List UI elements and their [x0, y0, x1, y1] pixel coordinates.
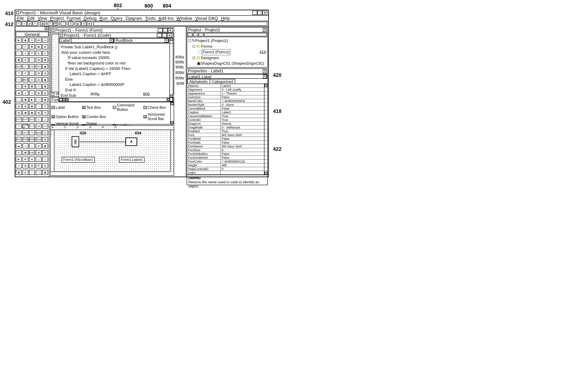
- property-value[interactable]: False: [221, 152, 267, 156]
- toolbox-tool[interactable]: ≈: [29, 144, 35, 148]
- scroll-down[interactable]: ▼: [170, 95, 173, 98]
- func-item[interactable]: ablText Box: [82, 103, 112, 112]
- properties-grid[interactable]: (Name)Label1Alignment0 - Left JustifyApp…: [187, 84, 267, 175]
- toolbox-tool[interactable]: ▤: [36, 110, 42, 116]
- toolbox-tool[interactable]: ◎: [16, 163, 22, 168]
- toolbox-tool[interactable]: ▥: [42, 71, 48, 76]
- toolbox-tool[interactable]: ◹: [36, 170, 42, 175]
- toolbox-tool[interactable]: ♫: [36, 104, 42, 109]
- toolbox-tool[interactable]: ▤: [36, 90, 42, 96]
- toolbox-tool[interactable]: ▦: [29, 84, 35, 89]
- code-line[interactable]: End If: [61, 87, 171, 93]
- proj-folders[interactable]: [199, 33, 204, 36]
- func-item[interactable]: □Command Button: [113, 103, 142, 112]
- toolbox-tool[interactable]: And: [36, 130, 42, 135]
- property-value[interactable]: False: [221, 95, 267, 99]
- menu-project[interactable]: Project: [50, 16, 64, 21]
- properties-object-dropdown[interactable]: Label1 Label ▼: [187, 74, 267, 79]
- property-row[interactable]: Height480: [187, 163, 267, 167]
- toolbox-tool[interactable]: ⊐: [42, 117, 48, 122]
- form-close[interactable]: ✕: [168, 28, 173, 32]
- toolbox-tool[interactable]: ▩: [42, 58, 48, 62]
- code-window[interactable]: Project1 - Form1 (Code) _ □ ✕ Label1 ▼ R…: [59, 32, 173, 102]
- toolbox-tool[interactable]: EXE: [29, 150, 35, 155]
- toolbox-tool[interactable]: ◐: [29, 97, 35, 102]
- toolbox-tool[interactable]: abl: [36, 38, 42, 42]
- toolbox-tool[interactable]: ⊞: [23, 170, 28, 175]
- diag-hscroll[interactable]: [51, 172, 170, 175]
- tab-categorized[interactable]: Categorized: [210, 79, 235, 84]
- prop-vscroll[interactable]: ▲ ▼: [264, 84, 267, 175]
- property-value[interactable]: False: [221, 156, 267, 159]
- toolbox-tool[interactable]: ◈: [23, 58, 28, 62]
- toolbox-tool[interactable]: ▸: [42, 51, 48, 56]
- menu-debug[interactable]: Debug: [84, 16, 97, 21]
- toolbox-tool[interactable]: xy: [42, 38, 48, 42]
- chevron-down-icon[interactable]: ▼: [110, 39, 113, 42]
- property-row[interactable]: DragMode0 - vbManual: [187, 126, 267, 129]
- toolbox-tool[interactable]: ▣: [42, 97, 48, 102]
- property-row[interactable]: Appearance1 - ThreeD: [187, 92, 267, 95]
- toolbox-tool[interactable]: ˣ/ʏ: [29, 130, 35, 135]
- func-item[interactable]: ▦Combo Box: [82, 112, 112, 121]
- toolbox-tool[interactable]: □: [16, 44, 22, 49]
- property-value[interactable]: 8: [221, 148, 267, 152]
- toolbox-tool[interactable]: ◐: [16, 157, 22, 162]
- toolbox-tool[interactable]: ○: [29, 71, 35, 76]
- toolbox-tool[interactable]: ▦: [29, 104, 35, 109]
- diagram-canvas[interactable]: .|.....|..... ▲ ▼ A Form1.VScrollbar1 Fo…: [51, 130, 174, 172]
- scroll-up[interactable]: ▲: [264, 84, 267, 87]
- toolbox-tool[interactable]: ▤: [42, 137, 48, 142]
- toolbox-tool[interactable]: ▢: [16, 97, 22, 102]
- property-row[interactable]: FontMS Sans Serif: [187, 133, 267, 137]
- property-row[interactable]: AutoSizeFalse: [187, 95, 267, 99]
- toolbox-tool[interactable]: ▣: [42, 64, 48, 69]
- property-value[interactable]: [221, 171, 267, 174]
- property-row[interactable]: FontItalicFalse: [187, 141, 267, 144]
- tb-form[interactable]: □: [61, 22, 66, 26]
- code-hscroll[interactable]: ≡ ▤ ◀ ▶: [59, 98, 170, 102]
- toolbox-tool[interactable]: ⬡: [36, 97, 42, 102]
- toolbox-tool[interactable]: ⊠: [23, 157, 28, 162]
- menu-edit[interactable]: Edit: [27, 16, 35, 21]
- toolbox-tool[interactable]: ⧉: [42, 104, 48, 109]
- property-value[interactable]: □ &H80000012&: [221, 160, 267, 163]
- code-close[interactable]: ✕: [167, 33, 172, 37]
- property-row[interactable]: FontUnderlineFalse: [187, 156, 267, 160]
- toolbox-tool[interactable]: ▨: [36, 58, 42, 62]
- property-row[interactable]: CancelBlockFalse: [187, 107, 267, 110]
- properties-close[interactable]: ✕: [263, 69, 267, 73]
- toolbox-tool[interactable]: ▣: [23, 110, 28, 116]
- scroll-down[interactable]: ▼: [264, 172, 267, 175]
- code-line[interactable]: 'If value exceeds 15000,: [61, 55, 171, 60]
- toolbox-tool[interactable]: ab: [36, 77, 42, 82]
- toolbox-tool[interactable]: ◉: [29, 44, 35, 49]
- toolbox-tool[interactable]: ☑: [16, 84, 22, 89]
- toolbox-tool[interactable]: ▣: [16, 58, 22, 62]
- property-value[interactable]: 0 - Left Justify: [221, 88, 267, 91]
- scroll-left[interactable]: ◀: [66, 98, 69, 101]
- property-row[interactable]: ForeColor□ &H80000012&: [187, 160, 267, 163]
- toolbox-tool[interactable]: ⊓: [16, 124, 22, 129]
- toolbox-tool[interactable]: ≈: [29, 170, 35, 175]
- chevron-down-icon[interactable]: ▼: [165, 39, 169, 42]
- code-vscroll[interactable]: ▲ ▼: [170, 38, 173, 98]
- func-item[interactable]: ALabel: [52, 103, 81, 112]
- property-value[interactable]: False: [221, 141, 267, 144]
- toolbox-tool[interactable]: Or: [42, 130, 48, 135]
- property-row[interactable]: Index: [187, 171, 267, 175]
- property-value[interactable]: Label1: [221, 110, 267, 114]
- toolbox-tool[interactable]: ▣: [16, 170, 22, 175]
- toolbox-tool[interactable]: ▩: [42, 170, 48, 175]
- code-max[interactable]: □: [162, 33, 167, 37]
- toolbox-tool[interactable]: FⓇ: [29, 64, 35, 69]
- toolbox-tool[interactable]: X+Y: [29, 124, 35, 129]
- toolbox-tool[interactable]: ▤: [23, 163, 28, 168]
- toolbox-tool[interactable]: ▤: [16, 90, 22, 96]
- toolbox-tool[interactable]: X=Y: [16, 117, 22, 122]
- toolbox-tool[interactable]: ＼: [29, 58, 35, 62]
- toolbox-tool[interactable]: WAIT: [23, 77, 28, 82]
- form-min[interactable]: _: [158, 28, 163, 32]
- property-value[interactable]: 0: [221, 167, 267, 171]
- property-value[interactable]: Label1: [221, 84, 267, 88]
